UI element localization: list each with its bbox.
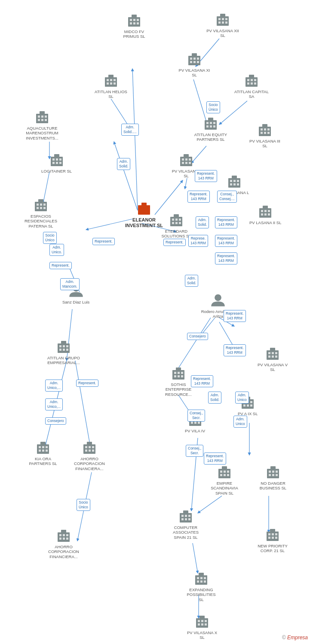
svg-rect-62	[52, 158, 55, 161]
computer-associates-icon	[178, 509, 193, 524]
badge-represe-143[interactable]: Represe.143 RRM	[188, 235, 208, 247]
svg-rect-64	[59, 158, 61, 161]
atitlan-helios-node[interactable]: ATITLAN HELIOS SL	[94, 73, 128, 99]
no-danger-node[interactable]: NO DANGER BUSINESS SL	[256, 465, 290, 491]
logitainer-node[interactable]: LOGITAINER SL	[41, 152, 72, 173]
svg-rect-144	[264, 128, 266, 131]
badge-represent-143-4[interactable]: Represent.143 RRM	[215, 235, 237, 247]
eleanor-node[interactable]: ELEANOR INVESTMENT SL	[125, 201, 163, 228]
pv-vilasana-iii-node[interactable]: PV VILASANA III SL	[248, 122, 282, 149]
sothis-node[interactable]: SOTHIS ENTERPRISE RESOURCE...	[161, 366, 196, 397]
svg-rect-180	[179, 222, 181, 224]
svg-rect-35	[147, 210, 149, 213]
badge-consejero-grupo[interactable]: Consejero	[45, 417, 66, 425]
badge-represent-143-empire[interactable]: Represent.143 RRM	[204, 453, 226, 465]
atitlan-grupo-icon	[56, 339, 71, 355]
svg-rect-70	[37, 204, 39, 206]
ahorro-corp-bot-node[interactable]: AHORRO CORPORACION FINANCIERA...	[46, 528, 81, 559]
pv-vilasana-ii-node[interactable]: PV LASANA II SL	[249, 204, 281, 225]
expanding-node[interactable]: EXPANDING POSSIBILITIES SL	[184, 571, 218, 602]
pv-vilasana-v-icon	[265, 346, 280, 361]
svg-rect-129	[254, 79, 256, 81]
svg-rect-110	[217, 16, 229, 26]
svg-rect-248	[197, 577, 199, 579]
badge-adm-solid-1[interactable]: Adm.Solid.....	[121, 124, 139, 136]
svg-line-17	[185, 178, 187, 189]
empire-node[interactable]: EMPIRE SCANDINAVIA SPAIN SL	[207, 465, 242, 495]
badge-represent-143-2[interactable]: Represent.143 RRM	[187, 191, 210, 203]
badge-represent-grupo[interactable]: Represent.	[76, 380, 98, 387]
etendard-node[interactable]: ETENDARD SOLUTIONS SL	[159, 213, 193, 239]
badge-adm-solid-3[interactable]: Adm.Solid.	[196, 216, 209, 228]
svg-rect-205	[275, 355, 277, 358]
badge-adm-unico-ix[interactable]: Adm.Unico	[235, 392, 249, 404]
badge-consej-secr-2[interactable]: Consej.,Secr.	[186, 445, 203, 457]
computer-associates-node[interactable]: COMPUTER ASSOCIATES SPAIN 21 SL	[169, 509, 203, 540]
svg-rect-165	[232, 176, 237, 179]
svg-rect-109	[61, 530, 66, 533]
svg-rect-166	[259, 208, 271, 218]
badge-represent-2[interactable]: Represent.	[92, 238, 115, 245]
svg-rect-80	[63, 345, 65, 347]
badge-represent-espacios[interactable]: Represent.	[49, 262, 72, 269]
badge-adm-solid-2[interactable]: Adm.Solid.	[117, 158, 130, 170]
badge-represent-rodero-1[interactable]: Represent.143 RRM	[224, 310, 246, 322]
svg-rect-113	[225, 18, 227, 20]
badge-represent-rodero-2[interactable]: Represent.143 RRM	[224, 344, 246, 356]
svg-rect-36	[141, 203, 147, 206]
midco-label: MIDCO FV PRIMUS SL	[117, 29, 151, 39]
expanding-icon	[193, 571, 209, 586]
badge-socio-unico-ahorro[interactable]: SocioÚnico	[77, 499, 90, 511]
badge-represent-143-5[interactable]: Represent.143 RRM	[215, 252, 237, 264]
badge-adm-unico-grupo-2[interactable]: Adm.Unico,...	[45, 398, 63, 410]
svg-rect-164	[237, 183, 239, 185]
ahorro-corp-top-node[interactable]: AHORRO CORPORACION FINANCIERA...	[72, 440, 107, 471]
pv-vilasana-xi-node[interactable]: PV VILASANA XI SL	[177, 52, 212, 78]
atitlan-equity-node[interactable]: ATITLAN EQUITY PARTNERS SL	[193, 116, 228, 142]
midco-node[interactable]: MIDCO FV PRIMUS SL	[117, 13, 151, 39]
svg-rect-120	[193, 58, 196, 60]
midco-icon	[126, 13, 142, 28]
espacios-node[interactable]: ESPACIOS RESIDENCIALES PATERNA SL	[24, 197, 58, 228]
atitlan-capital-node[interactable]: ATITLAN CAPITAL SA	[234, 73, 269, 99]
badge-represent-143-1[interactable]: Represent.143 RRM	[195, 170, 217, 182]
svg-rect-158	[228, 178, 240, 188]
badge-adm-mancom[interactable]: Adm.Mancom.	[60, 278, 80, 290]
kia-ora-node[interactable]: KIA ORA PARTNERS SL	[26, 440, 60, 466]
badge-adm-unico-1[interactable]: Adm.Unico.	[49, 244, 64, 256]
badge-consejero-rodero[interactable]: Consejero	[187, 333, 208, 340]
pv-vilasana-x-node[interactable]: PV VILASANA X SL	[185, 614, 219, 640]
badge-socio-unico-espacios[interactable]: SocioÚnico	[43, 232, 57, 244]
atitlan-grupo-node[interactable]: ATITLAN GRUPO EMPRESARIAL...	[46, 339, 81, 365]
pv-vilasana-xii-node[interactable]: PV VILASANA XII SL	[206, 12, 240, 38]
badge-represent-etendard[interactable]: Represent.	[163, 239, 186, 246]
svg-rect-234	[188, 515, 190, 517]
svg-rect-185	[178, 372, 180, 374]
svg-rect-96	[89, 446, 91, 448]
svg-rect-211	[243, 404, 245, 407]
badge-adm-solid-4[interactable]: Adm.Solid.	[185, 275, 198, 287]
svg-rect-172	[268, 213, 270, 216]
svg-rect-116	[225, 21, 227, 24]
svg-rect-175	[172, 219, 174, 221]
ahorro-corp-top-icon	[82, 440, 97, 456]
svg-rect-111	[218, 18, 221, 20]
svg-rect-252	[200, 580, 203, 583]
svg-rect-236	[185, 518, 187, 520]
badge-represent-rodero-3[interactable]: Represent.143 RRM	[191, 375, 213, 387]
badge-socio-unico-equity[interactable]: SocioÚnico	[206, 101, 220, 113]
pv-vilasana-v-node[interactable]: PV VILASANA V SL	[255, 346, 290, 372]
badge-consej-1[interactable]: Consej.,Consej....	[217, 191, 237, 203]
badge-represent-143-3[interactable]: Represent.143 RRM	[215, 216, 237, 228]
badge-adm-unico-2[interactable]: Adm.Unico	[233, 416, 247, 428]
badge-adm-unico-grupo-1[interactable]: Adm.Unico,...	[45, 380, 63, 392]
new-priority-node[interactable]: NEW PRIORITY CORP. 21 SL	[255, 527, 290, 553]
badge-adm-solid-sothis[interactable]: Adm.Solid.	[208, 392, 221, 404]
svg-rect-114	[218, 21, 221, 24]
badge-consej-secr-1[interactable]: Consej.,Secr.	[187, 410, 205, 422]
svg-rect-190	[176, 368, 181, 371]
svg-rect-42	[133, 22, 135, 24]
atitlan-helios-icon	[103, 73, 119, 88]
svg-rect-177	[179, 219, 181, 221]
aquaculture-node[interactable]: AQUACULTURE MARENOSTRUM INVESTMENTS...	[25, 109, 59, 140]
